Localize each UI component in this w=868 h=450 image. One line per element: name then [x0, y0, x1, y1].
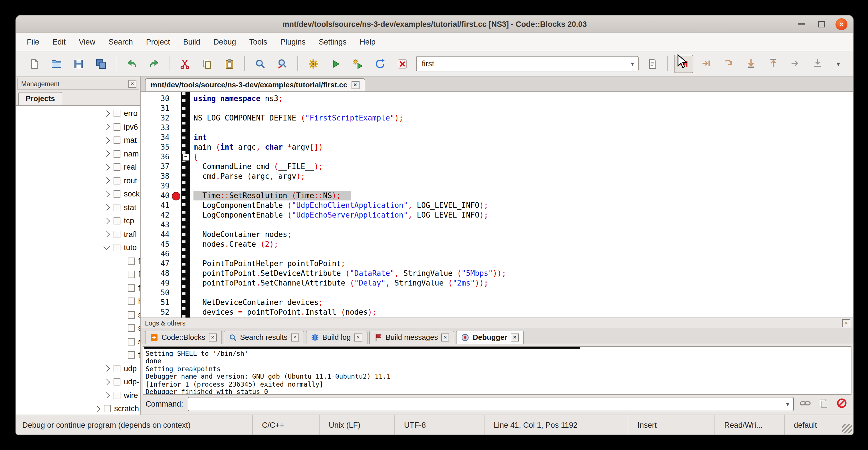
menu-item-view[interactable]: View [79, 38, 95, 46]
attach-button[interactable] [798, 397, 812, 411]
titlebar[interactable]: mnt/dev/tools/source/ns-3-dev/examples/t… [16, 16, 853, 33]
debugger-output[interactable]: Setting SHELL to '/bin/sh'doneSetting br… [143, 346, 851, 395]
tree-item-ipv6[interactable]: ipv6 [16, 120, 141, 133]
line-number[interactable]: 30 [141, 94, 169, 103]
stop-debugger-button[interactable] [835, 397, 848, 411]
menu-item-file[interactable]: File [27, 38, 39, 46]
line-number[interactable]: 42 [141, 210, 169, 220]
tree-item-fir[interactable]: fir [16, 268, 141, 281]
code-line-32[interactable]: 32NS_LOG_COMPONENT_DEFINE ("FirstScriptE… [141, 113, 853, 123]
chevron-right-icon[interactable] [103, 379, 110, 385]
tree-item-nam[interactable]: nam [16, 147, 141, 160]
next-instruction-button[interactable] [786, 55, 805, 72]
minimize-button[interactable] [796, 18, 807, 30]
code-line-33[interactable]: 33 [141, 123, 853, 132]
tree-item-rout[interactable]: rout [16, 174, 141, 187]
debug-continue-button[interactable] [674, 55, 693, 73]
code-line-35[interactable]: 35main (int argc, char *argv[]) [141, 142, 853, 152]
menu-item-settings[interactable]: Settings [319, 38, 347, 46]
build-button[interactable] [304, 55, 322, 72]
build-and-run-button[interactable] [349, 55, 367, 72]
code-line-43[interactable]: 43 [141, 220, 853, 230]
code-line-36[interactable]: 36−{ [141, 152, 853, 161]
line-number[interactable]: 32 [141, 113, 169, 123]
line-number[interactable]: 31 [141, 103, 169, 113]
chevron-right-icon[interactable] [103, 365, 110, 372]
find-button[interactable] [251, 55, 269, 72]
resize-grip[interactable] [842, 424, 852, 433]
save-all-button[interactable] [92, 55, 110, 72]
chevron-right-icon[interactable] [103, 164, 110, 171]
step-into-button[interactable] [742, 55, 760, 72]
chevron-right-icon[interactable] [94, 406, 100, 412]
rebuild-button[interactable] [371, 55, 389, 72]
log-tab-code-blocks[interactable]: Code::Blocks× [145, 331, 222, 344]
tree-item-stat[interactable]: stat [16, 201, 141, 214]
editor-tab-first-cc[interactable]: mnt/dev/tools/source/ns-3-dev/examples/t… [145, 78, 365, 91]
close-icon[interactable]: × [351, 81, 359, 89]
line-number[interactable]: 39 [141, 181, 169, 191]
copy-log-button[interactable] [817, 397, 830, 411]
tree-item-scratch[interactable]: scratch [16, 402, 141, 415]
chevron-down-icon[interactable]: ▾ [786, 400, 789, 408]
tree-item-fo[interactable]: fo [16, 281, 141, 295]
line-number[interactable]: 45 [141, 239, 169, 249]
open-button[interactable] [48, 55, 66, 72]
chevron-right-icon[interactable] [103, 124, 110, 130]
tree-item-fif[interactable]: fif [16, 254, 141, 268]
save-button[interactable] [70, 55, 88, 72]
code-line-37[interactable]: 37 CommandLine cmd (__FILE__); [141, 161, 853, 171]
tree-item-six[interactable]: six [16, 335, 141, 348]
code-line-50[interactable]: 50 [141, 288, 853, 298]
chevron-right-icon[interactable] [103, 177, 110, 184]
code-line-34[interactable]: 34int [141, 132, 853, 142]
tree-item-tcp[interactable]: tcp [16, 214, 141, 228]
log-tab-build-messages[interactable]: Build messages× [369, 331, 455, 344]
code-line-45[interactable]: 45 nodes.Create (2); [141, 239, 853, 249]
menu-item-tools[interactable]: Tools [249, 38, 267, 46]
menu-item-help[interactable]: Help [360, 38, 376, 46]
close-icon[interactable]: × [842, 319, 850, 327]
toolbar-overflow-button[interactable]: ▾ [829, 55, 847, 72]
line-number[interactable]: 43 [141, 220, 169, 230]
line-number[interactable]: 37 [141, 161, 169, 171]
tree-item-trafl[interactable]: trafl [16, 228, 141, 241]
line-number[interactable]: 48 [141, 268, 169, 278]
chevron-right-icon[interactable] [103, 137, 110, 144]
code-line-52[interactable]: 52 devices = pointToPoint.Install (nodes… [141, 307, 853, 317]
redo-button[interactable] [145, 55, 163, 72]
code-line-30[interactable]: 30using namespace ns3; [141, 94, 853, 103]
chevron-right-icon[interactable] [103, 204, 110, 211]
code-line-39[interactable]: 39 [141, 181, 853, 191]
step-into-instruction-button[interactable] [809, 55, 827, 72]
tree-item-mat[interactable]: mat [16, 133, 141, 147]
code-line-41[interactable]: 41 LogComponentEnable ("UdpEchoClientApp… [141, 201, 853, 210]
line-number[interactable]: 34 [141, 132, 169, 142]
chevron-right-icon[interactable] [103, 150, 110, 157]
tree-item-he[interactable]: he [16, 295, 141, 308]
menu-item-search[interactable]: Search [108, 38, 133, 46]
close-icon[interactable]: × [209, 333, 217, 341]
step-out-button[interactable] [764, 55, 782, 72]
tree-item-udp[interactable]: udp- [16, 375, 141, 389]
close-icon[interactable]: × [511, 333, 519, 341]
close-icon[interactable]: × [128, 80, 136, 88]
tree-item-se[interactable]: se [16, 322, 141, 335]
line-number[interactable]: 52 [141, 307, 169, 317]
menu-item-build[interactable]: Build [183, 38, 200, 46]
line-number[interactable]: 49 [141, 278, 169, 288]
tab-projects[interactable]: Projects [18, 92, 62, 105]
log-tab-debugger[interactable]: Debugger× [456, 331, 524, 344]
code-line-51[interactable]: 51 NetDeviceContainer devices; [141, 298, 853, 307]
log-tab-search-results[interactable]: Search results× [223, 331, 304, 344]
chevron-right-icon[interactable] [103, 231, 110, 238]
new-file-button[interactable] [25, 55, 43, 72]
tree-item-sock[interactable]: sock [16, 187, 141, 201]
log-tab-build-log[interactable]: Build log× [306, 331, 367, 344]
menu-item-debug[interactable]: Debug [213, 38, 236, 46]
chevron-right-icon[interactable] [103, 217, 110, 224]
abort-button[interactable] [393, 55, 411, 72]
next-line-button[interactable] [720, 55, 738, 72]
line-number[interactable]: 40 [141, 191, 169, 201]
code-area[interactable]: 30using namespace ns3;3132NS_LOG_COMPONE… [141, 92, 853, 318]
